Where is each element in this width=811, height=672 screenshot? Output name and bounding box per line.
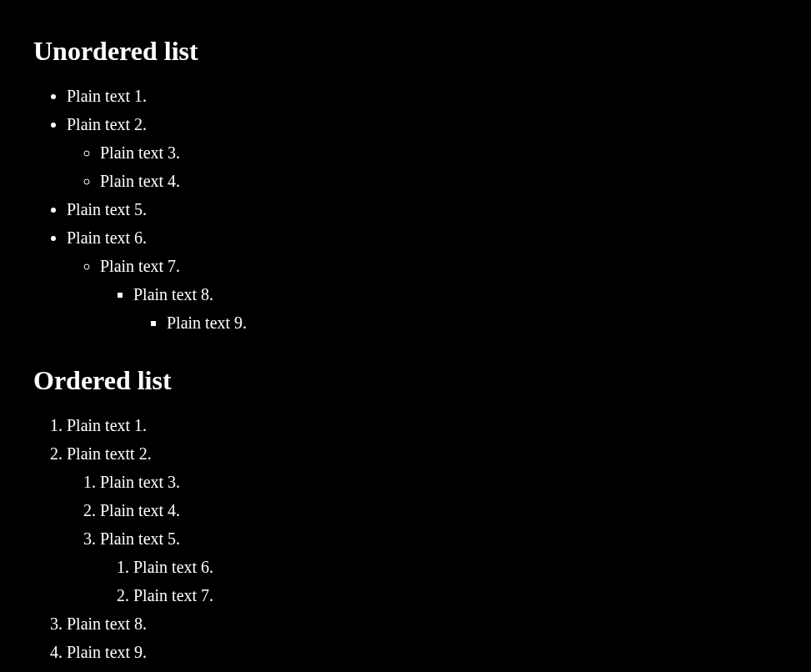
heading-ordered-list: Ordered list bbox=[33, 359, 778, 402]
list-item: Plain text 9. bbox=[167, 309, 778, 336]
unordered-list-nested: Plain text 8. Plain text 9. bbox=[100, 281, 778, 336]
list-item: Plain text 9. bbox=[67, 639, 778, 665]
heading-unordered-list: Unordered list bbox=[33, 30, 778, 73]
list-item: Plain text 6. Plain text 7. Plain text 8… bbox=[67, 224, 778, 336]
list-item-text: Plain textt 2. bbox=[67, 444, 152, 463]
list-item: Plain textt 2. Plain text 3. Plain text … bbox=[67, 440, 778, 609]
ordered-list-nested: Plain text 6. Plain text 7. bbox=[100, 554, 778, 609]
list-item: Plain text 1. bbox=[67, 83, 778, 109]
list-item: Plain text 7. bbox=[133, 582, 778, 609]
list-item: Plain text 4. bbox=[100, 497, 778, 524]
list-item: Plain text 5. Plain text 6. Plain text 7… bbox=[100, 525, 778, 609]
list-item-text: Plain text 2. bbox=[67, 115, 147, 133]
list-item: Plain text 3. bbox=[100, 469, 778, 495]
list-item-text: Plain text 8. bbox=[133, 285, 213, 303]
list-item: Plain text 2. Plain text 3. Plain text 4… bbox=[67, 111, 778, 194]
unordered-list-nested: Plain text 7. Plain text 8. Plain text 9… bbox=[67, 253, 778, 336]
unordered-list: Plain text 1. Plain text 2. Plain text 3… bbox=[33, 83, 778, 336]
list-item-text: Plain text 5. bbox=[100, 529, 180, 548]
list-item: Plain text 8. bbox=[67, 610, 778, 637]
ordered-list-nested: Plain text 3. Plain text 4. Plain text 5… bbox=[67, 469, 778, 609]
list-item: Plain text 7. Plain text 8. Plain text 9… bbox=[100, 253, 778, 336]
list-item: Plain text 8. Plain text 9. bbox=[133, 281, 778, 336]
list-item: Plain text 4. bbox=[100, 168, 778, 194]
list-item: Plain text 5. bbox=[67, 196, 778, 223]
unordered-list-nested: Plain text 3. Plain text 4. bbox=[67, 139, 778, 194]
ordered-list: Plain text 1. Plain textt 2. Plain text … bbox=[33, 412, 778, 665]
list-item: Plain text 1. bbox=[67, 412, 778, 439]
list-item: Plain text 6. bbox=[133, 554, 778, 580]
list-item: Plain text 3. bbox=[100, 139, 778, 166]
unordered-list-nested: Plain text 9. bbox=[133, 309, 778, 336]
list-item-text: Plain text 7. bbox=[100, 257, 180, 275]
list-item-text: Plain text 6. bbox=[67, 228, 147, 247]
